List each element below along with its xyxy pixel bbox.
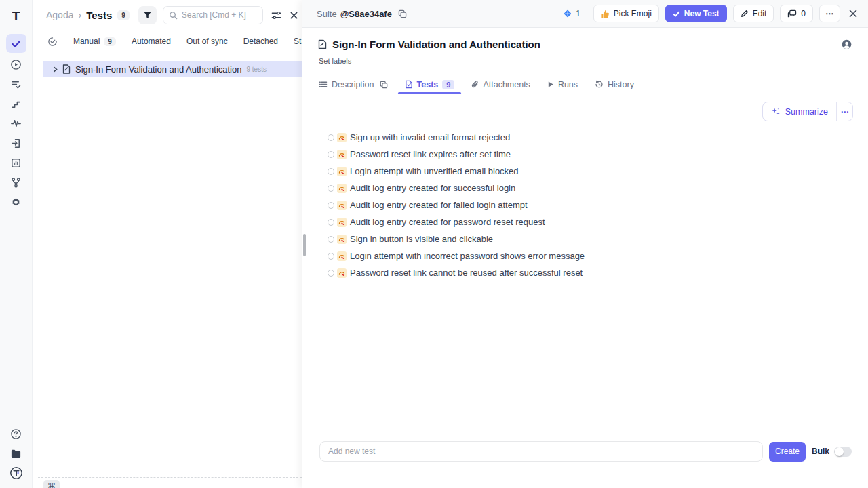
test-radio[interactable]	[328, 236, 334, 243]
suite-detail-panel: Suite @S8ae34afe 1 Pick Emoji New Test	[302, 0, 868, 488]
reaction-indicator[interactable]: 1	[563, 9, 580, 18]
test-title: Audit log entry created for password res…	[350, 217, 545, 227]
set-labels-link[interactable]: Set labels	[319, 57, 351, 66]
test-radio[interactable]	[328, 151, 334, 158]
summarize-button[interactable]: Summarize	[763, 102, 836, 121]
view-settings-icon[interactable]	[271, 9, 282, 21]
close-detail-icon[interactable]	[848, 9, 858, 18]
add-test-input[interactable]	[319, 441, 763, 462]
filter-button[interactable]	[138, 6, 157, 24]
comments-count: 0	[801, 9, 806, 18]
rail-plans-icon[interactable]	[6, 76, 26, 92]
test-list-item[interactable]: Audit log entry created for password res…	[328, 214, 868, 230]
play-icon	[547, 81, 554, 88]
test-radio[interactable]	[328, 134, 334, 141]
filter-tab-automated[interactable]: Automated	[132, 37, 171, 46]
suite-tree-item[interactable]: Sign-In Form Validation and Authenticati…	[43, 61, 302, 77]
test-list-item[interactable]: Password reset link cannot be reused aft…	[328, 264, 868, 281]
rail-bottom	[6, 426, 26, 481]
help-icon[interactable]	[6, 426, 26, 442]
test-radio[interactable]	[328, 219, 334, 226]
test-title: Password reset link cannot be reused aft…	[350, 268, 583, 278]
suite-title-row: Sign-In Form Validation and Authenticati…	[302, 28, 868, 50]
test-list-item[interactable]: Audit log entry created for successful l…	[328, 180, 868, 197]
comments-icon	[787, 9, 797, 18]
test-radio[interactable]	[328, 168, 334, 175]
test-radio[interactable]	[328, 185, 334, 192]
manual-test-icon	[337, 201, 347, 210]
test-list-item[interactable]: Password reset link expires after set ti…	[328, 146, 868, 163]
test-document-icon	[405, 80, 413, 89]
tab-tests[interactable]: Tests 9	[405, 75, 455, 94]
copy-description-icon[interactable]	[380, 81, 388, 89]
comments-button[interactable]: 0	[780, 5, 813, 22]
rail-runs-icon[interactable]	[6, 56, 26, 73]
app-logo-icon[interactable]: T	[12, 7, 20, 26]
tab-tests-badge: 9	[442, 80, 454, 89]
test-list-item[interactable]: Audit log entry created for failed login…	[328, 197, 868, 214]
suite-tree-meta: 9 tests	[246, 66, 266, 73]
pencil-icon	[741, 9, 749, 18]
pick-emoji-button[interactable]: Pick Emoji	[593, 5, 659, 22]
rail-settings-gear-icon[interactable]	[6, 194, 26, 210]
more-actions-button[interactable]: ⋯	[819, 5, 840, 22]
filter-tab-detached[interactable]: Detached	[243, 37, 278, 46]
thumbs-up-icon	[601, 9, 610, 18]
suite-id: @S8ae34afe	[340, 9, 392, 19]
filter-tab-manual[interactable]: Manual 9	[73, 37, 116, 46]
suite-header-bar: Suite @S8ae34afe 1 Pick Emoji New Test	[302, 0, 868, 28]
suite-type-label: Suite	[317, 9, 337, 19]
tab-runs[interactable]: Runs	[547, 75, 578, 94]
tab-description[interactable]: Description	[319, 75, 388, 94]
search-input[interactable]	[182, 10, 257, 20]
rail-reports-icon[interactable]	[6, 155, 26, 171]
rail-import-icon[interactable]	[6, 135, 26, 151]
rail-branch-icon[interactable]	[6, 174, 26, 190]
rail-analytics-icon[interactable]	[6, 115, 26, 131]
filter-tabs: Manual 9 Automated Out of sync Detached …	[33, 30, 302, 53]
summarize-row: Summarize ⋯	[302, 94, 868, 121]
tests-list: Sign up with invalid email format reject…	[302, 129, 868, 281]
tab-description-label: Description	[332, 80, 374, 89]
tab-history[interactable]: History	[595, 75, 634, 94]
rail-steps-icon[interactable]	[6, 96, 26, 112]
select-all-icon[interactable]	[47, 37, 58, 47]
filter-tab-out-of-sync[interactable]: Out of sync	[186, 37, 228, 46]
tree-panel-footer: ⌘	[38, 477, 302, 488]
breadcrumb-project[interactable]: Agoda	[46, 9, 73, 20]
paperclip-icon	[471, 80, 479, 89]
test-title: Login attempt with incorrect password sh…	[350, 251, 585, 261]
test-list-item[interactable]: Sign in button is visible and clickable	[328, 230, 868, 247]
test-radio[interactable]	[328, 202, 334, 209]
tab-attachments[interactable]: Attachments	[471, 75, 530, 94]
new-test-button[interactable]: New Test	[665, 5, 727, 22]
panel-resize-handle[interactable]	[303, 234, 306, 256]
manual-count-badge: 9	[104, 37, 116, 46]
create-button[interactable]: Create	[769, 442, 806, 462]
filter-tab-label: Manual	[73, 37, 100, 46]
bulk-label: Bulk	[812, 447, 829, 456]
breadcrumb-separator: ›	[78, 9, 81, 20]
test-radio[interactable]	[328, 253, 334, 260]
assignee-avatar[interactable]	[842, 39, 852, 49]
tab-attachments-label: Attachments	[483, 80, 530, 89]
search-box[interactable]	[163, 6, 263, 24]
brand-logo-icon[interactable]	[6, 465, 26, 481]
edit-button[interactable]: Edit	[733, 5, 774, 22]
close-panel-icon[interactable]	[290, 11, 298, 20]
rail-tests-icon[interactable]	[6, 34, 26, 53]
tests-count-badge: 9	[117, 10, 130, 20]
copy-suite-id-icon[interactable]	[398, 9, 407, 18]
bulk-toggle[interactable]	[834, 447, 852, 457]
suite-tree-title: Sign-In Form Validation and Authenticati…	[75, 64, 241, 75]
test-radio[interactable]	[328, 270, 334, 277]
test-list-item[interactable]: Sign up with invalid email format reject…	[328, 129, 868, 146]
test-list-item[interactable]: Login attempt with unverified email bloc…	[328, 163, 868, 180]
folder-icon[interactable]	[6, 445, 26, 462]
tab-runs-label: Runs	[558, 80, 578, 89]
test-list-item[interactable]: Login attempt with incorrect password sh…	[328, 247, 868, 264]
chevron-right-icon[interactable]	[52, 66, 58, 73]
add-test-bar: Create Bulk	[319, 441, 852, 462]
manual-test-icon	[337, 150, 347, 159]
summarize-more-button[interactable]: ⋯	[836, 102, 852, 121]
